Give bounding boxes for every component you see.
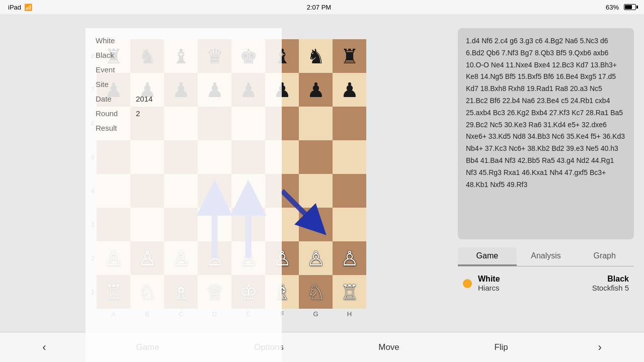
black-label: Black bbox=[96, 51, 136, 59]
cell-h5[interactable] bbox=[333, 140, 366, 174]
white-row: White bbox=[96, 33, 272, 48]
date-value: 2014 bbox=[136, 95, 272, 103]
right-panel: 1.d4 Nf6 2.c4 g6 3.g3 c6 4.Bg2 Na6 5.Nc3… bbox=[458, 28, 634, 355]
cell-g8[interactable]: ♞ bbox=[299, 39, 333, 73]
round-label: Round bbox=[96, 109, 136, 118]
file-g: G bbox=[299, 310, 333, 318]
event-label: Event bbox=[96, 65, 136, 74]
piece-wp: ♙ bbox=[307, 248, 325, 268]
cell-h7[interactable]: ♟ bbox=[333, 73, 366, 107]
battery-percent: 63% bbox=[606, 4, 619, 11]
cell-h6[interactable] bbox=[333, 107, 366, 140]
info-panel: White Black Event Site Date 2014 Round bbox=[86, 28, 282, 362]
status-bar: iPad 📶 2:07 PM 63% bbox=[0, 0, 644, 14]
tab-analysis[interactable]: Analysis bbox=[517, 247, 576, 266]
file-h: H bbox=[333, 310, 366, 318]
piece-wr: ♖ bbox=[341, 282, 359, 302]
black-player-name: Stockfish 5 bbox=[592, 284, 629, 292]
site-label: Site bbox=[96, 80, 136, 88]
result-label: Result bbox=[96, 124, 136, 132]
moves-panel: 1.d4 Nf6 2.c4 g6 3.g3 c6 4.Bg2 Na6 5.Nc3… bbox=[458, 28, 634, 239]
piece-bp: ♟ bbox=[341, 80, 359, 100]
cell-h4[interactable] bbox=[333, 174, 366, 208]
cell-h8[interactable]: ♜ bbox=[333, 39, 366, 73]
flip-nav-item[interactable]: Flip bbox=[479, 337, 523, 357]
battery-icon bbox=[624, 4, 636, 10]
moves-text: 1.d4 Nf6 2.c4 g6 3.g3 c6 4.Bg2 Na6 5.Nc3… bbox=[466, 37, 625, 189]
player-white: White Hiarcs bbox=[478, 275, 553, 292]
cell-h1[interactable]: ♖ bbox=[333, 275, 366, 309]
next-button[interactable]: › bbox=[588, 336, 611, 359]
cell-h3[interactable] bbox=[333, 208, 366, 241]
main-area: White Black Event Site Date 2014 Round bbox=[0, 14, 644, 362]
cell-h2[interactable]: ♙ bbox=[333, 241, 366, 275]
result-row: Result bbox=[96, 121, 272, 135]
tab-graph[interactable]: Graph bbox=[575, 247, 634, 266]
tab-game[interactable]: Game bbox=[458, 247, 517, 266]
piece-wp: ♙ bbox=[341, 248, 359, 268]
date-label: Date bbox=[96, 95, 136, 103]
player-dot bbox=[463, 279, 472, 288]
player-black: Black Stockfish 5 bbox=[553, 275, 629, 292]
black-row: Black bbox=[96, 48, 272, 62]
cell-g1[interactable]: ♘ bbox=[299, 275, 333, 309]
wifi-icon: 📶 bbox=[24, 4, 32, 11]
cell-g2[interactable]: ♙ bbox=[299, 241, 333, 275]
date-row: Date 2014 bbox=[96, 92, 272, 106]
tabs-panel[interactable]: Game Analysis Graph bbox=[458, 247, 634, 266]
piece-bp: ♟ bbox=[307, 80, 325, 100]
site-row: Site bbox=[96, 77, 272, 92]
cell-g5[interactable] bbox=[299, 140, 333, 174]
piece-br: ♜ bbox=[341, 46, 359, 66]
round-row: Round 2 bbox=[96, 106, 272, 121]
white-player-label: White bbox=[478, 275, 553, 284]
cell-g4[interactable] bbox=[299, 174, 333, 208]
status-right: 63% bbox=[606, 4, 636, 11]
white-label: White bbox=[96, 36, 136, 45]
device-label: iPad bbox=[8, 4, 21, 11]
piece-wn: ♘ bbox=[307, 282, 325, 302]
move-nav-item[interactable]: Move bbox=[363, 337, 415, 357]
players-panel: White Hiarcs Black Stockfish 5 bbox=[458, 275, 634, 292]
cell-g7[interactable]: ♟ bbox=[299, 73, 333, 107]
status-left: iPad 📶 bbox=[8, 4, 32, 11]
prev-button[interactable]: ‹ bbox=[32, 336, 56, 359]
round-value: 2 bbox=[136, 109, 272, 118]
content-area: White Black Event Site Date 2014 Round bbox=[0, 14, 644, 362]
white-player-name: Hiarcs bbox=[478, 284, 553, 292]
cell-g3[interactable] bbox=[299, 208, 333, 241]
cell-g6[interactable] bbox=[299, 107, 333, 140]
time-display: 2:07 PM bbox=[307, 4, 331, 11]
piece-bn: ♞ bbox=[307, 46, 325, 66]
event-row: Event bbox=[96, 62, 272, 77]
black-player-label: Black bbox=[607, 275, 629, 284]
